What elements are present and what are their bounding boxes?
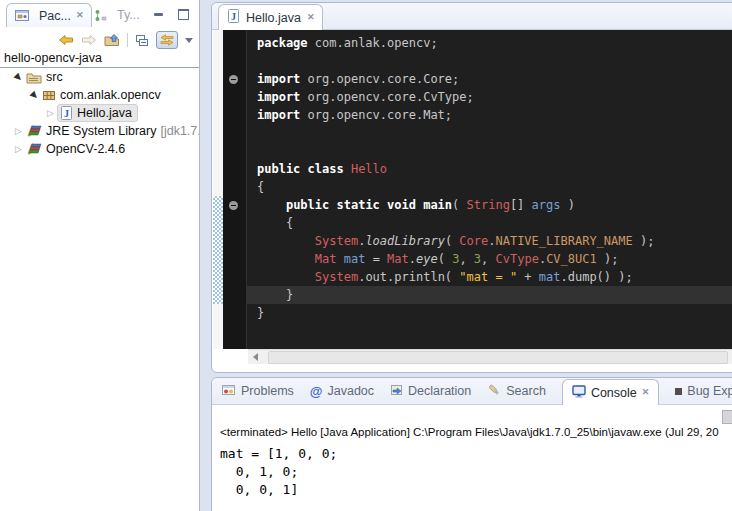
package-explorer-panel: Pac... ✕ Ty... bbox=[0, 0, 200, 511]
code-line: public class Hello bbox=[257, 160, 732, 178]
tab-label: Declaration bbox=[408, 384, 471, 398]
console-status-line: <terminated> Hello [Java Application] C:… bbox=[212, 405, 732, 438]
tab-label: Problems bbox=[241, 384, 294, 398]
gutter-row bbox=[223, 250, 246, 268]
javadoc-icon: @ bbox=[310, 384, 323, 399]
code-line: System.out.println( "mat = " + mat.dump(… bbox=[257, 268, 732, 286]
console-icon bbox=[572, 385, 586, 401]
gutter-row bbox=[223, 304, 246, 322]
collapse-fold-icon[interactable] bbox=[229, 201, 238, 210]
gutter-row bbox=[223, 88, 246, 106]
tab-type-hierarchy[interactable]: Ty... bbox=[86, 3, 147, 27]
gutter-row bbox=[223, 214, 246, 232]
tree-item-opencv-library[interactable]: ▷ OpenCV-2.4.6 bbox=[0, 140, 199, 158]
tree-item-jre-library[interactable]: ▷ JRE System Library [jdk1.7.0 bbox=[0, 122, 199, 140]
editor-tab-label: Hello.java bbox=[246, 11, 301, 25]
console-panel: Problems @ Javadoc Declaration Search Co… bbox=[211, 377, 732, 511]
code-line: package com.anlak.opencv; bbox=[257, 34, 732, 52]
code-lines[interactable]: package com.anlak.opencv; import org.ope… bbox=[247, 30, 732, 349]
code-line: import org.opencv.core.Mat; bbox=[257, 106, 732, 124]
tab-declaration[interactable]: Declaration bbox=[390, 384, 471, 399]
tab-label: Search bbox=[506, 384, 546, 398]
view-window-buttons bbox=[154, 9, 189, 20]
tab-package-explorer[interactable]: Pac... ✕ bbox=[6, 3, 92, 27]
code-line: import org.opencv.core.Core; bbox=[257, 70, 732, 88]
code-line bbox=[257, 142, 732, 160]
expanded-arrow-icon[interactable]: ▶ bbox=[29, 89, 40, 100]
collapsed-arrow-icon[interactable]: ▷ bbox=[15, 127, 22, 136]
fold-marker[interactable] bbox=[223, 196, 246, 214]
collapsed-arrow-icon[interactable]: ▷ bbox=[47, 109, 54, 118]
gutter-row bbox=[223, 34, 246, 52]
problems-icon bbox=[222, 384, 236, 399]
horizontal-scrollbar[interactable] bbox=[248, 349, 732, 364]
code-line-current: } bbox=[247, 286, 732, 304]
svg-text:J: J bbox=[231, 11, 236, 22]
view-menu-button[interactable] bbox=[185, 38, 193, 43]
svg-text:J: J bbox=[64, 108, 69, 119]
console-output-line: 0, 0, 1] bbox=[220, 481, 732, 499]
tree-item-label: JRE System Library bbox=[46, 124, 156, 138]
editor-tab-hello-java[interactable]: J Hello.java ✕ bbox=[218, 4, 323, 30]
collapse-fold-icon[interactable] bbox=[229, 75, 238, 84]
collapse-all-button[interactable] bbox=[135, 34, 149, 47]
console-output-line: mat = [1, 0, 0; bbox=[220, 445, 732, 463]
editor-panel: J Hello.java ✕ package com.anlak.opencv;… bbox=[211, 2, 732, 373]
code-line: public static void main( String[] args ) bbox=[257, 196, 732, 214]
library-icon bbox=[26, 124, 42, 138]
minimize-icon[interactable] bbox=[154, 13, 163, 16]
up-button[interactable] bbox=[104, 34, 120, 47]
forward-button[interactable] bbox=[81, 34, 97, 46]
back-button[interactable] bbox=[58, 34, 74, 46]
tab-label: Bug Explorer bbox=[687, 384, 732, 398]
package-icon bbox=[42, 89, 56, 101]
tree-item-package[interactable]: ▶ com.anlak.opencv bbox=[0, 86, 199, 104]
tab-search[interactable]: Search bbox=[487, 383, 546, 399]
gutter-row bbox=[223, 286, 246, 304]
package-explorer-tab-bar: Pac... ✕ Ty... bbox=[0, 0, 199, 28]
tree-item-label: src bbox=[46, 70, 63, 84]
console-output[interactable]: mat = [1, 0, 0; 0, 1, 0; 0, 0, 1] bbox=[212, 438, 732, 499]
scrollbar-thumb[interactable] bbox=[268, 351, 728, 364]
gutter-row bbox=[223, 232, 246, 250]
tab-label: Console bbox=[591, 386, 637, 400]
tree-item-project[interactable]: hello-opencv-java bbox=[0, 49, 199, 68]
tab-problems[interactable]: Problems bbox=[222, 384, 294, 399]
tab-label: Ty... bbox=[117, 8, 140, 22]
maximize-icon[interactable] bbox=[178, 9, 189, 20]
project-label: hello-opencv-java bbox=[4, 51, 102, 65]
gutter-row bbox=[223, 160, 246, 178]
java-file-icon: J bbox=[227, 9, 240, 26]
console-toolbar-button[interactable] bbox=[722, 410, 732, 424]
link-with-editor-button[interactable] bbox=[156, 31, 178, 49]
close-icon[interactable]: ✕ bbox=[76, 11, 84, 20]
tab-console[interactable]: Console ✕ bbox=[562, 379, 659, 405]
tree-item-hello-java[interactable]: ▷ J Hello.java bbox=[0, 104, 199, 122]
tree-item-label: OpenCV-2.4.6 bbox=[46, 142, 125, 156]
code-line: { bbox=[257, 178, 732, 196]
gutter-row bbox=[223, 124, 246, 142]
selected-tree-item[interactable]: J Hello.java bbox=[57, 104, 138, 122]
tree-item-src[interactable]: ▶ src bbox=[0, 68, 199, 86]
tab-javadoc[interactable]: @ Javadoc bbox=[310, 384, 374, 399]
code-line bbox=[257, 124, 732, 142]
type-hierarchy-icon bbox=[94, 9, 108, 22]
scroll-left-icon[interactable] bbox=[253, 353, 258, 361]
tab-bug-explorer[interactable]: Bug Explorer bbox=[675, 384, 732, 398]
fold-marker[interactable] bbox=[223, 70, 246, 88]
gutter-row bbox=[223, 178, 246, 196]
expanded-arrow-icon[interactable]: ▶ bbox=[13, 71, 24, 82]
console-output-line: 0, 1, 0; bbox=[220, 463, 732, 481]
vertical-ruler bbox=[213, 30, 223, 349]
console-tab-bar: Problems @ Javadoc Declaration Search Co… bbox=[212, 378, 732, 405]
library-icon bbox=[26, 142, 42, 156]
code-line: Mat mat = Mat.eye( 3, 3, CvType.CV_8UC1 … bbox=[257, 250, 732, 268]
gutter-row bbox=[223, 142, 246, 160]
gutter-row bbox=[223, 268, 246, 286]
close-icon[interactable]: ✕ bbox=[642, 388, 650, 397]
chevron-down-icon bbox=[185, 38, 193, 43]
editor-body: package com.anlak.opencv; import org.ope… bbox=[213, 30, 732, 349]
code-line: } bbox=[257, 304, 732, 322]
collapsed-arrow-icon[interactable]: ▷ bbox=[15, 145, 22, 154]
close-icon[interactable]: ✕ bbox=[307, 13, 315, 22]
